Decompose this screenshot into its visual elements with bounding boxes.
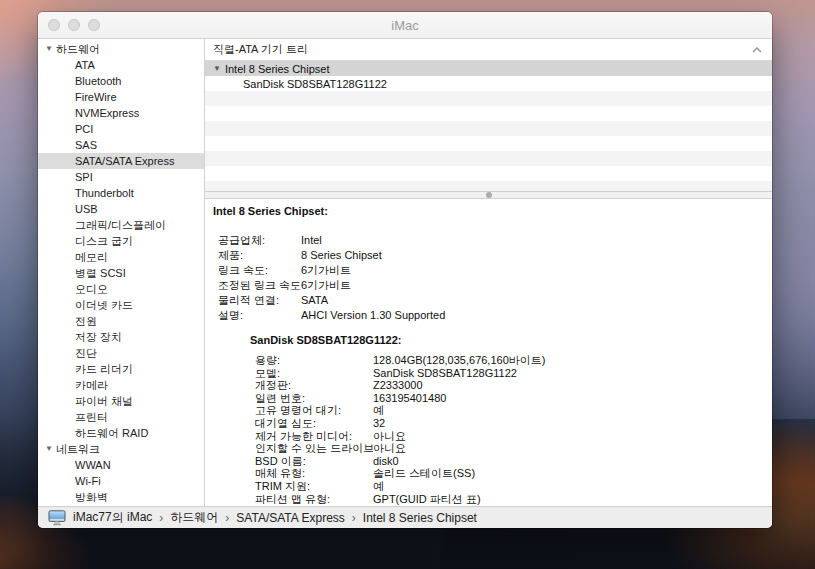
detail-kv-label: 인지할 수 있는 드라이브: [255,442,373,455]
device-tree-rows: Intel 8 Series Chipset SanDisk SD8SBAT12… [205,61,772,91]
breadcrumb-segment: › Intel 8 Series Chipset [352,509,477,526]
sidebar-item-label: 진단 [75,346,97,361]
sidebar-item[interactable]: NVMExpress [38,105,204,121]
breadcrumb-separator: › [352,511,356,525]
sidebar-item[interactable]: USB [38,201,204,217]
sidebar-item-label: NVMExpress [75,107,139,119]
device-tree-row[interactable]: SanDisk SD8SBAT128G1122 [205,76,772,91]
sidebar-item[interactable]: FireWire [38,89,204,105]
detail-section-heading: Intel 8 Series Chipset: [213,204,764,219]
detail-kv-row: 제품: 8 Series Chipset [218,248,764,263]
detail-kv-row: 매체 유형: 솔리드 스테이트(SS) [255,467,764,480]
detail-kv-label: 설명: [218,308,301,323]
device-tree-row[interactable]: Intel 8 Series Chipset [205,61,772,76]
sidebar-item-label: 이더넷 카드 [75,298,133,313]
sidebar-item[interactable]: Wi-Fi [38,473,204,489]
device-tree-header[interactable]: 직렬-ATA 기기 트리 [205,39,772,61]
detail-kv-value: 32 [373,417,764,430]
sidebar-item[interactable]: 하드웨어 [38,41,204,57]
sidebar-item-label: PCI [75,123,93,135]
detail-kv-value: 예 [373,480,764,493]
disclosure-triangle-icon[interactable] [213,65,221,73]
chevron-up-icon[interactable] [752,47,762,53]
breadcrumb-label: 하드웨어 [170,509,218,526]
device-tree-header-label: 직렬-ATA 기기 트리 [213,42,308,57]
detail-kv-row: 설명: AHCI Version 1.30 Supported [218,308,764,323]
sidebar-item-label: WWAN [75,459,111,471]
window-titlebar[interactable]: iMac [38,12,772,39]
sidebar-item[interactable]: 전원 [38,313,204,329]
sidebar-item[interactable]: PCI [38,121,204,137]
sidebar-item[interactable]: 카드 리더기 [38,361,204,377]
breadcrumb-label: SATA/SATA Express [236,511,344,525]
device-tree-row-label: SanDisk SD8SBAT128G1122 [243,78,387,90]
minimize-button[interactable] [68,19,80,31]
detail-section-chipset: Intel 8 Series Chipset: 공급업체: Intel 제품: … [213,204,764,323]
sidebar-item-label: 하드웨어 [56,42,100,57]
detail-kv-value: 8 Series Chipset [301,248,764,263]
detail-kv-value: 솔리드 스테이트(SS) [373,467,764,480]
sidebar-item[interactable]: ATA [38,57,204,73]
sidebar-item[interactable]: 하드웨어 RAID [38,425,204,441]
sidebar-item[interactable]: SATA/SATA Express [38,153,204,169]
detail-kv-value: 128.04GB(128,035,676,160바이트) [373,354,764,367]
splitter-handle-icon [486,192,492,198]
sidebar-item[interactable]: 파이버 채널 [38,393,204,409]
detail-kv-value: SanDisk SD8SBAT128G1122 [373,367,764,380]
detail-kv-row: 고유 명령어 대기: 예 [255,404,764,417]
sidebar-item[interactable]: WWAN [38,457,204,473]
sidebar-item[interactable]: 방화벽 [38,489,204,505]
sidebar-item-label: 파이버 채널 [75,394,133,409]
detail-kv-label: TRIM 지원: [255,480,373,493]
detail-kv-row: 용량: 128.04GB(128,035,676,160바이트) [255,354,764,367]
detail-kv-value: GPT(GUID 파티션 표) [373,493,764,506]
zoom-button[interactable] [88,19,100,31]
sidebar-item[interactable]: 저장 장치 [38,329,204,345]
detail-kv-value: 6기가비트 [301,278,764,293]
sidebar-item-label: USB [75,203,98,215]
detail-kv-value: disk0 [373,455,764,468]
detail-kv-row: BSD 이름: disk0 [255,455,764,468]
sidebar-item[interactable]: SAS [38,137,204,153]
sidebar-item[interactable]: 프린터 [38,409,204,425]
pane-splitter[interactable] [205,191,772,199]
sidebar-item[interactable]: 병렬 SCSI [38,265,204,281]
sidebar-item-label: 하드웨어 RAID [75,426,148,441]
detail-kv-row: 모델: SanDisk SD8SBAT128G1122 [255,367,764,380]
sidebar-item[interactable]: Thunderbolt [38,185,204,201]
sidebar-item-label: Bluetooth [75,75,121,87]
detail-kv-value: 아니요 [373,442,764,455]
detail-kv-list: 공급업체: Intel 제품: 8 Series Chipset 링크 속도: … [218,233,764,323]
sidebar-item-label: FireWire [75,91,117,103]
close-button[interactable] [48,19,60,31]
sidebar-item[interactable]: 카메라 [38,377,204,393]
sidebar-item[interactable]: 디스크 굽기 [38,233,204,249]
detail-kv-value: 163195401480 [373,392,764,405]
sidebar-item[interactable]: 오디오 [38,281,204,297]
detail-kv-row: 대기열 심도: 32 [255,417,764,430]
detail-kv-row: 개정판: Z2333000 [255,379,764,392]
breadcrumb-label: Intel 8 Series Chipset [363,511,477,525]
sidebar-item-label: SATA/SATA Express [75,155,174,167]
sidebar-item-label: Wi-Fi [75,475,101,487]
sidebar-item-label: 카드 리더기 [75,362,133,377]
disclosure-triangle-icon[interactable] [45,445,53,453]
detail-panel[interactable]: Intel 8 Series Chipset: 공급업체: Intel 제품: … [205,199,772,506]
detail-kv-label: 공급업체: [218,233,301,248]
sidebar-item[interactable]: 이더넷 카드 [38,297,204,313]
breadcrumb: iMac77의 iMac › 하드웨어 › SATA/SATA Express … [73,509,477,526]
sidebar-item[interactable]: 메모리 [38,249,204,265]
sidebar-item-label: 병렬 SCSI [75,266,126,281]
computer-icon [48,510,66,526]
sidebar-item[interactable]: 그래픽/디스플레이 [38,217,204,233]
system-information-window: iMac 하드웨어 ATA Bluetooth FireWire [38,12,772,528]
window-title: iMac [391,18,418,33]
detail-kv-label: 물리적 연결: [218,293,301,308]
disclosure-triangle-icon[interactable] [45,45,53,53]
category-sidebar[interactable]: 하드웨어 ATA Bluetooth FireWire NVMExpress [38,39,205,506]
breadcrumb-segment: › SATA/SATA Express [225,509,344,526]
sidebar-item[interactable]: Bluetooth [38,73,204,89]
sidebar-item[interactable]: 네트워크 [38,441,204,457]
sidebar-item[interactable]: 진단 [38,345,204,361]
sidebar-item[interactable]: SPI [38,169,204,185]
